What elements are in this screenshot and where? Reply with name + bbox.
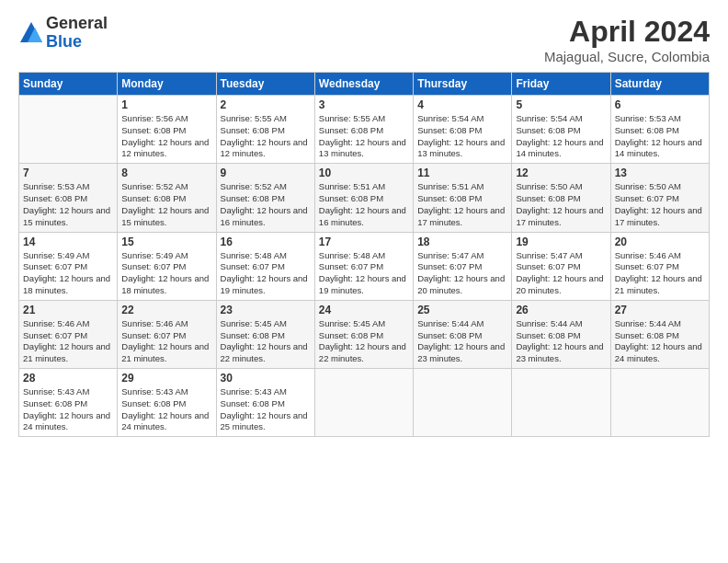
day-number: 6 — [615, 98, 705, 111]
day-info: Sunrise: 5:55 AM Sunset: 6:08 PM Dayligh… — [221, 113, 311, 160]
day-number: 13 — [615, 167, 705, 179]
day-info: Sunrise: 5:54 AM Sunset: 6:08 PM Dayligh… — [516, 113, 606, 160]
day-info: Sunrise: 5:53 AM Sunset: 6:08 PM Dayligh… — [23, 181, 113, 228]
day-number: 19 — [516, 236, 606, 248]
calendar-cell — [414, 369, 512, 437]
day-number: 5 — [516, 98, 606, 111]
calendar-table: SundayMondayTuesdayWednesdayThursdayFrid… — [18, 72, 710, 437]
weekday-header-monday: Monday — [118, 73, 216, 96]
day-number: 4 — [417, 98, 507, 111]
calendar-cell — [610, 369, 709, 437]
month-title: April 2024 — [544, 15, 710, 49]
header-row: General Blue April 2024 Majagual, Sucre,… — [18, 15, 710, 64]
day-info: Sunrise: 5:44 AM Sunset: 6:08 PM Dayligh… — [417, 318, 507, 365]
calendar-cell — [314, 369, 413, 437]
calendar-cell: 1Sunrise: 5:56 AM Sunset: 6:08 PM Daylig… — [118, 96, 216, 164]
day-info: Sunrise: 5:53 AM Sunset: 6:08 PM Dayligh… — [615, 113, 705, 160]
day-info: Sunrise: 5:47 AM Sunset: 6:07 PM Dayligh… — [516, 250, 606, 297]
logo: General Blue — [18, 15, 108, 52]
day-number: 11 — [417, 167, 507, 179]
day-number: 16 — [221, 236, 311, 248]
weekday-header-sunday: Sunday — [19, 73, 118, 96]
calendar-cell — [512, 369, 610, 437]
day-number: 7 — [23, 167, 113, 179]
page-container: General Blue April 2024 Majagual, Sucre,… — [0, 0, 728, 446]
calendar-week-1: 1Sunrise: 5:56 AM Sunset: 6:08 PM Daylig… — [19, 96, 710, 164]
day-number: 9 — [221, 167, 311, 179]
calendar-cell: 7Sunrise: 5:53 AM Sunset: 6:08 PM Daylig… — [19, 164, 118, 232]
day-info: Sunrise: 5:50 AM Sunset: 6:07 PM Dayligh… — [615, 181, 705, 228]
calendar-cell: 18Sunrise: 5:47 AM Sunset: 6:07 PM Dayli… — [414, 232, 512, 300]
calendar-cell: 12Sunrise: 5:50 AM Sunset: 6:08 PM Dayli… — [512, 164, 610, 232]
weekday-header-tuesday: Tuesday — [216, 73, 314, 96]
day-info: Sunrise: 5:43 AM Sunset: 6:08 PM Dayligh… — [121, 386, 211, 433]
weekday-header-friday: Friday — [512, 73, 610, 96]
title-block: April 2024 Majagual, Sucre, Colombia — [544, 15, 710, 64]
calendar-cell: 15Sunrise: 5:49 AM Sunset: 6:07 PM Dayli… — [118, 232, 216, 300]
day-number: 8 — [121, 167, 211, 179]
day-number: 18 — [417, 236, 507, 248]
day-info: Sunrise: 5:45 AM Sunset: 6:08 PM Dayligh… — [221, 318, 311, 365]
calendar-cell: 5Sunrise: 5:54 AM Sunset: 6:08 PM Daylig… — [512, 96, 610, 164]
calendar-cell: 10Sunrise: 5:51 AM Sunset: 6:08 PM Dayli… — [314, 164, 413, 232]
day-number: 20 — [615, 236, 705, 248]
day-number: 30 — [221, 372, 311, 385]
day-info: Sunrise: 5:55 AM Sunset: 6:08 PM Dayligh… — [319, 113, 409, 160]
calendar-cell: 2Sunrise: 5:55 AM Sunset: 6:08 PM Daylig… — [216, 96, 314, 164]
calendar-cell: 23Sunrise: 5:45 AM Sunset: 6:08 PM Dayli… — [216, 300, 314, 368]
calendar-week-2: 7Sunrise: 5:53 AM Sunset: 6:08 PM Daylig… — [19, 164, 710, 232]
calendar-cell: 13Sunrise: 5:50 AM Sunset: 6:07 PM Dayli… — [610, 164, 709, 232]
calendar-cell: 25Sunrise: 5:44 AM Sunset: 6:08 PM Dayli… — [414, 300, 512, 368]
day-number: 24 — [319, 304, 409, 316]
day-number: 14 — [23, 236, 113, 248]
day-info: Sunrise: 5:47 AM Sunset: 6:07 PM Dayligh… — [417, 250, 507, 297]
day-info: Sunrise: 5:46 AM Sunset: 6:07 PM Dayligh… — [121, 318, 211, 365]
calendar-week-4: 21Sunrise: 5:46 AM Sunset: 6:07 PM Dayli… — [19, 300, 710, 368]
logo-blue: Blue — [46, 33, 108, 52]
day-info: Sunrise: 5:52 AM Sunset: 6:08 PM Dayligh… — [221, 181, 311, 228]
day-number: 28 — [23, 372, 113, 385]
logo-text: General Blue — [46, 15, 108, 52]
logo-general: General — [46, 15, 108, 33]
calendar-cell: 11Sunrise: 5:51 AM Sunset: 6:08 PM Dayli… — [414, 164, 512, 232]
day-info: Sunrise: 5:45 AM Sunset: 6:08 PM Dayligh… — [319, 318, 409, 365]
day-number: 21 — [23, 304, 113, 316]
weekday-header-row: SundayMondayTuesdayWednesdayThursdayFrid… — [19, 73, 710, 96]
day-number: 3 — [319, 98, 409, 111]
day-number: 2 — [221, 98, 311, 111]
day-number: 10 — [319, 167, 409, 179]
day-info: Sunrise: 5:50 AM Sunset: 6:08 PM Dayligh… — [516, 181, 606, 228]
calendar-cell: 4Sunrise: 5:54 AM Sunset: 6:08 PM Daylig… — [414, 96, 512, 164]
weekday-header-saturday: Saturday — [610, 73, 709, 96]
calendar-cell: 28Sunrise: 5:43 AM Sunset: 6:08 PM Dayli… — [19, 369, 118, 437]
calendar-week-5: 28Sunrise: 5:43 AM Sunset: 6:08 PM Dayli… — [19, 369, 710, 437]
calendar-cell: 27Sunrise: 5:44 AM Sunset: 6:08 PM Dayli… — [610, 300, 709, 368]
calendar-cell: 17Sunrise: 5:48 AM Sunset: 6:07 PM Dayli… — [314, 232, 413, 300]
day-info: Sunrise: 5:51 AM Sunset: 6:08 PM Dayligh… — [417, 181, 507, 228]
day-number: 1 — [121, 98, 211, 111]
day-info: Sunrise: 5:46 AM Sunset: 6:07 PM Dayligh… — [23, 318, 113, 365]
day-number: 27 — [615, 304, 705, 316]
calendar-cell: 19Sunrise: 5:47 AM Sunset: 6:07 PM Dayli… — [512, 232, 610, 300]
day-info: Sunrise: 5:51 AM Sunset: 6:08 PM Dayligh… — [319, 181, 409, 228]
day-number: 23 — [221, 304, 311, 316]
day-info: Sunrise: 5:43 AM Sunset: 6:08 PM Dayligh… — [221, 386, 311, 433]
calendar-cell: 9Sunrise: 5:52 AM Sunset: 6:08 PM Daylig… — [216, 164, 314, 232]
day-info: Sunrise: 5:56 AM Sunset: 6:08 PM Dayligh… — [121, 113, 211, 160]
day-info: Sunrise: 5:43 AM Sunset: 6:08 PM Dayligh… — [23, 386, 113, 433]
day-number: 15 — [121, 236, 211, 248]
day-info: Sunrise: 5:49 AM Sunset: 6:07 PM Dayligh… — [23, 250, 113, 297]
calendar-cell: 22Sunrise: 5:46 AM Sunset: 6:07 PM Dayli… — [118, 300, 216, 368]
weekday-header-thursday: Thursday — [414, 73, 512, 96]
day-info: Sunrise: 5:52 AM Sunset: 6:08 PM Dayligh… — [121, 181, 211, 228]
calendar-cell: 20Sunrise: 5:46 AM Sunset: 6:07 PM Dayli… — [610, 232, 709, 300]
calendar-cell: 16Sunrise: 5:48 AM Sunset: 6:07 PM Dayli… — [216, 232, 314, 300]
day-number: 26 — [516, 304, 606, 316]
calendar-cell: 29Sunrise: 5:43 AM Sunset: 6:08 PM Dayli… — [118, 369, 216, 437]
calendar-cell: 3Sunrise: 5:55 AM Sunset: 6:08 PM Daylig… — [314, 96, 413, 164]
calendar-cell: 8Sunrise: 5:52 AM Sunset: 6:08 PM Daylig… — [118, 164, 216, 232]
weekday-header-wednesday: Wednesday — [314, 73, 413, 96]
day-info: Sunrise: 5:48 AM Sunset: 6:07 PM Dayligh… — [319, 250, 409, 297]
day-info: Sunrise: 5:48 AM Sunset: 6:07 PM Dayligh… — [221, 250, 311, 297]
calendar-cell: 26Sunrise: 5:44 AM Sunset: 6:08 PM Dayli… — [512, 300, 610, 368]
